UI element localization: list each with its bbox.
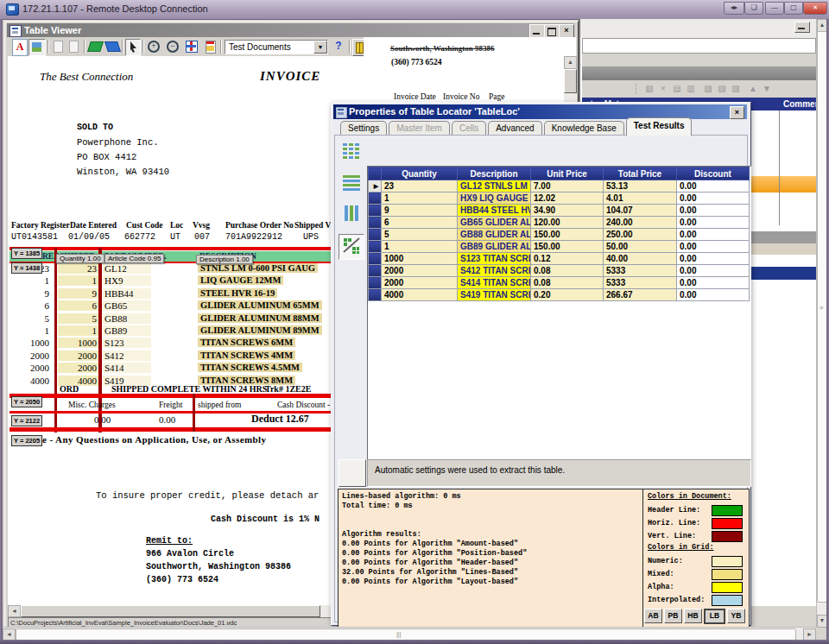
viewer-close-button[interactable]: × <box>559 24 574 38</box>
cell-description: S414 TITAN SCRE <box>458 277 531 289</box>
dialog-tab[interactable]: Advanced <box>488 121 541 135</box>
zoom-in-icon[interactable]: + <box>146 39 161 54</box>
rdp-scroll-right-arrow[interactable]: ► <box>803 628 816 641</box>
invoice-shipped-qty: 1 <box>58 325 98 336</box>
viewer-minimize-button[interactable] <box>529 24 545 38</box>
delete-icon[interactable]: × <box>657 83 669 95</box>
result-grid-row[interactable]: 4000 S419 TITAN SCRE 0.20 266.67 0.00 <box>369 289 750 301</box>
description-column-header[interactable]: Description <box>458 167 531 180</box>
rdp-scroll-left-arrow[interactable]: ◄ <box>3 628 16 641</box>
rdp-restore-down-button[interactable]: ❏ <box>744 2 763 15</box>
viewer-maximize-button[interactable] <box>544 24 560 38</box>
algorithm-toggle-button[interactable]: HB <box>684 609 702 623</box>
move-down-icon[interactable]: ▼ <box>761 83 773 95</box>
cell-unit-price: 0.08 <box>531 265 604 277</box>
legend-label: Mixed: <box>648 570 674 578</box>
legend-color-swatch <box>712 518 743 529</box>
algorithm-log-line: 32.00 Points for Algorithm "Lines-Based" <box>342 568 639 578</box>
invoice-ordered-qty: 2000 <box>15 363 49 373</box>
fit-page-icon[interactable] <box>203 39 218 54</box>
maximize-button[interactable]: ▢ <box>784 2 803 15</box>
colors-in-grid-title: Colors in Grid: <box>648 543 748 555</box>
row-header-corner <box>369 167 382 180</box>
result-grid-row[interactable]: 1 HX9 LIQ GAUGE 12 12.02 4.01 0.00 <box>369 193 750 205</box>
result-grid-row[interactable]: 1000 S123 TITAN SCRE 0.12 40.00 0.00 <box>369 253 750 265</box>
document-set-dropdown[interactable]: Test Documents ▼ <box>225 40 328 54</box>
algorithm-toggle-button[interactable]: PB <box>664 609 682 623</box>
dialog-tab[interactable]: Test Results <box>626 117 693 136</box>
cell-discount: 0.00 <box>677 289 750 301</box>
algorithm-toggle-button[interactable]: LB <box>704 609 725 624</box>
dialog-tab[interactable]: Settings <box>340 121 387 135</box>
discount-column-header[interactable]: Discount <box>677 167 750 180</box>
result-grid-row[interactable]: 2000 S412 TITAN SCRE 0.08 5333 0.00 <box>369 265 750 277</box>
move-up-icon[interactable]: ▲ <box>747 83 759 95</box>
insert-after-icon[interactable]: ▨ <box>716 83 728 95</box>
result-grid-row[interactable]: 9 HBB44 STEEL HVR 34.90 104.07 0.00 <box>369 205 750 217</box>
find-icon[interactable]: ▧ <box>643 83 655 95</box>
vscroll-thumb[interactable] <box>564 69 577 93</box>
invoice-shipped-qty: 2000 <box>58 350 98 361</box>
rows-algorithm-icon[interactable] <box>339 172 364 198</box>
info-header: Factory Register <box>11 221 70 230</box>
scroll-up-arrow[interactable]: ▲ <box>564 56 577 69</box>
result-grid-row[interactable]: 2000 S414 TITAN SCRE 0.08 5333 0.00 <box>369 277 750 289</box>
dropdown-arrow-icon[interactable]: ▼ <box>313 41 327 54</box>
hscroll-thumb[interactable] <box>21 605 320 617</box>
grid-colors-list: Numeric: Mixed: Alpha: Interpolated: <box>648 555 748 607</box>
properties-icon[interactable]: ▤ <box>671 83 683 95</box>
vertical-line-marker <box>193 394 195 432</box>
result-grid-row[interactable]: 6 GB65 GLIDER ALU 120.00 240.00 0.00 <box>369 217 750 229</box>
scroll-left-arrow[interactable]: ◄ <box>8 605 21 617</box>
dialog-tab[interactable]: Knowledge Base <box>544 121 624 135</box>
row-marker <box>369 241 382 253</box>
algorithm-log-line: 0.00 Points for Algorithm "Header-based" <box>342 559 639 568</box>
result-grid-row[interactable]: ▶ 23 GL12 STNLS LM 0 - 7.00 53.13 0.00 <box>369 180 750 193</box>
dialog-tab[interactable]: Master Item <box>389 121 450 135</box>
child-minimize-button[interactable] <box>794 22 810 33</box>
legend-item: Vert. Line: <box>648 530 748 543</box>
invoice-description: TITAN SCREWS 8MM <box>198 376 295 385</box>
sold-to-line: PO BOX 4412 <box>77 152 136 162</box>
dialog-tabs: SettingsMaster ItemCellsAdvancedKnowledg… <box>340 117 746 135</box>
interpolation-algorithm-icon[interactable] <box>339 234 364 260</box>
minimize-button[interactable]: — <box>765 2 784 15</box>
rdp-hscroll-thumb[interactable]: ||| <box>16 628 796 641</box>
help-icon[interactable]: ? <box>332 39 345 54</box>
algorithm-toggle-button[interactable]: AB <box>644 609 662 623</box>
result-grid-row[interactable]: 5 GB88 GLIDER ALU 150.00 250.00 0.00 <box>369 229 750 241</box>
quantity-column-header[interactable]: Quantity <box>382 167 458 180</box>
dialog-tab[interactable]: Cells <box>452 121 486 135</box>
table-locator-properties-dialog: Properties of Table Locator 'TableLoc' ×… <box>331 102 751 626</box>
legend-label: Horiz. Line: <box>648 519 700 527</box>
background-toolbar: ▧ × ▤ ▥ ▨ ▨ ▨ ▲ ▼ <box>582 80 816 98</box>
copy-icon[interactable]: ▥ <box>685 83 697 95</box>
image-view-icon[interactable] <box>28 39 46 56</box>
rdp-pin-button[interactable]: ◂▸ <box>724 2 744 15</box>
cells-algorithm-icon[interactable] <box>339 141 364 167</box>
letterhead-phone: (360) 773 6524 <box>391 58 442 66</box>
info-value: UT <box>170 232 180 242</box>
close-button[interactable]: × <box>803 2 827 15</box>
unit-price-column-header[interactable]: Unit Price <box>531 167 604 180</box>
append-icon[interactable]: ▨ <box>730 83 742 95</box>
text-view-icon[interactable]: A <box>12 39 28 56</box>
select-cursor-icon[interactable] <box>125 39 141 56</box>
invoice-description: STEEL HVR 16-19 <box>198 288 277 298</box>
letterhead-address-partial: Southworth, Washington 98386 <box>390 44 495 53</box>
zoom-out-icon[interactable]: − <box>165 39 180 54</box>
cell-description: HBB44 STEEL HVR <box>458 205 531 217</box>
insert-before-icon[interactable]: ▨ <box>702 83 714 95</box>
result-grid-row[interactable]: 1 GB89 GLIDER ALU 150.00 50.00 0.00 <box>369 241 750 253</box>
columns-algorithm-icon[interactable] <box>339 203 364 229</box>
legend-item: Horiz. Line: <box>648 517 748 530</box>
algorithm-toggle-button[interactable]: YB <box>727 609 745 623</box>
fit-width-icon[interactable] <box>184 39 199 54</box>
rotate-left-icon[interactable] <box>87 39 103 54</box>
test-results-tabpage: Quantity Description Unit Price Total Pr… <box>334 135 748 622</box>
sold-to-line: Winston, WA 93410 <box>77 167 169 177</box>
rotate-right-icon[interactable] <box>104 39 120 54</box>
total-price-column-header[interactable]: Total Price <box>604 167 677 180</box>
rdp-border <box>0 19 3 644</box>
colors-in-document-title: Colors in Document: <box>648 492 748 504</box>
